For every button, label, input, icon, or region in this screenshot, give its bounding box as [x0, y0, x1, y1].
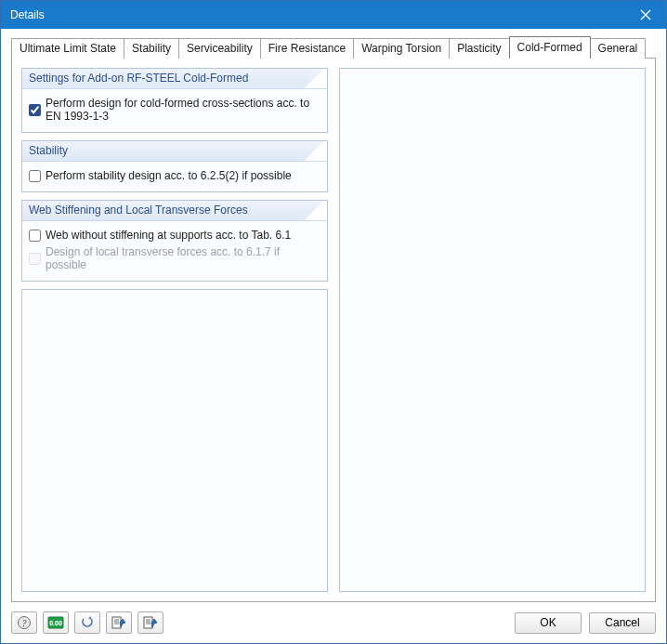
opt-local-transverse: Design of local transverse forces acc. t…	[29, 243, 320, 273]
footer: ? 0.00 OK Cancel	[11, 602, 656, 634]
tab-fire-resistance[interactable]: Fire Resistance	[260, 38, 354, 59]
svg-text:0.00: 0.00	[49, 620, 62, 626]
opt-web-no-stiff-checkbox[interactable]	[29, 230, 41, 242]
left-empty-panel	[21, 289, 328, 592]
opt-perform-design-label: Perform design for cold-formed cross-sec…	[46, 97, 320, 123]
opt-perform-design-checkbox[interactable]	[29, 104, 41, 116]
group-stability-title: Stability	[22, 141, 327, 162]
left-column: Settings for Add-on RF-STEEL Cold-Formed…	[21, 68, 328, 592]
tabstrip: Ultimate Limit State Stability Serviceab…	[11, 36, 656, 59]
group-web-title: Web Stiffening and Local Transverse Forc…	[22, 201, 327, 221]
window-title: Details	[10, 8, 45, 21]
opt-stability-625-label: Perform stability design acc. to 6.2.5(2…	[46, 169, 292, 182]
right-column	[339, 68, 646, 592]
group-web-stiffening: Web Stiffening and Local Transverse Forc…	[21, 200, 328, 282]
load-default-icon[interactable]	[137, 611, 163, 634]
help-icon[interactable]: ?	[11, 611, 37, 634]
group-settings-title: Settings for Add-on RF-STEEL Cold-Formed	[22, 69, 327, 89]
tab-stability[interactable]: Stability	[124, 38, 179, 59]
set-default-icon[interactable]	[106, 611, 132, 634]
units-icon[interactable]: 0.00	[43, 611, 69, 634]
tab-general[interactable]: General	[590, 38, 647, 59]
tab-ultimate-limit-state[interactable]: Ultimate Limit State	[11, 38, 124, 59]
opt-perform-design[interactable]: Perform design for cold-formed cross-sec…	[29, 95, 320, 125]
opt-web-no-stiff[interactable]: Web without stiffening at supports acc. …	[29, 227, 320, 243]
ok-button[interactable]: OK	[515, 612, 582, 634]
opt-local-transverse-checkbox	[29, 253, 41, 265]
cancel-button[interactable]: Cancel	[589, 612, 656, 634]
tab-panel-cold-formed: Settings for Add-on RF-STEEL Cold-Formed…	[11, 58, 656, 602]
svg-text:?: ?	[22, 618, 27, 628]
opt-stability-625-checkbox[interactable]	[29, 170, 41, 182]
tab-cold-formed[interactable]: Cold-Formed	[509, 36, 591, 59]
group-stability: Stability Perform stability design acc. …	[21, 140, 328, 192]
reset-icon[interactable]	[74, 611, 100, 634]
opt-local-transverse-label: Design of local transverse forces acc. t…	[46, 245, 320, 271]
titlebar: Details	[1, 1, 666, 29]
close-icon[interactable]	[625, 1, 666, 29]
right-empty-panel	[339, 68, 646, 592]
tab-plasticity[interactable]: Plasticity	[449, 38, 509, 59]
opt-stability-625[interactable]: Perform stability design acc. to 6.2.5(2…	[29, 167, 320, 184]
opt-web-no-stiff-label: Web without stiffening at supports acc. …	[46, 229, 291, 242]
tab-warping-torsion[interactable]: Warping Torsion	[353, 38, 450, 59]
tab-serviceability[interactable]: Serviceability	[178, 38, 261, 59]
group-settings-cold-formed: Settings for Add-on RF-STEEL Cold-Formed…	[21, 68, 328, 133]
